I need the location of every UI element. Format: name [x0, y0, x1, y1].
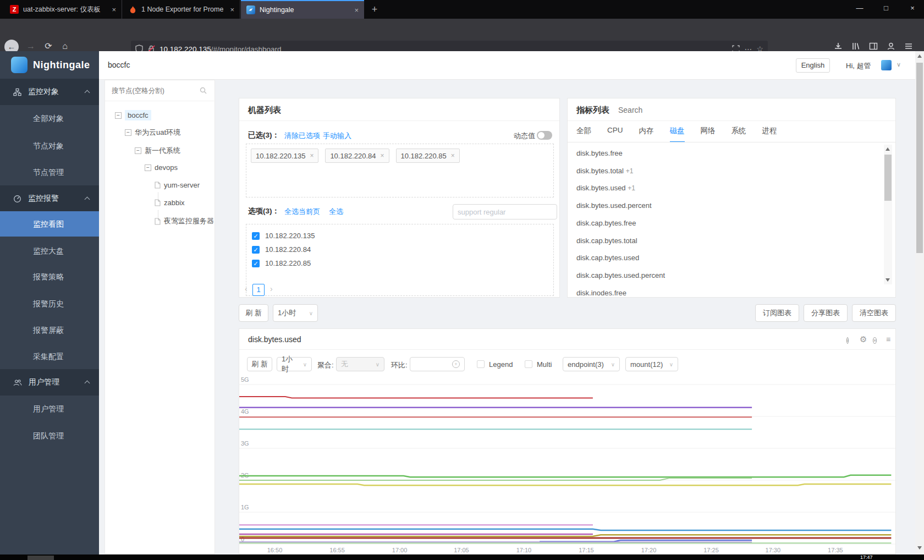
metric-item[interactable]: disk.bytes.total +1 [576, 167, 633, 175]
sidebar-item-节点管理[interactable]: 节点管理 [0, 160, 99, 185]
metric-item[interactable]: disk.inodes.free [576, 289, 626, 297]
browser-tab[interactable]: 1 Node Exporter for Prometh× [123, 0, 240, 19]
sidebar-item-报警策略[interactable]: 报警策略 [0, 264, 99, 289]
multi-checkbox[interactable] [525, 360, 532, 368]
disk-bytes-used-chart[interactable]: 5G4G3G2G1G016:5016:5517:0017:0517:1017:1… [239, 375, 896, 554]
new-tab-button[interactable]: + [367, 2, 382, 17]
metric-tab-内存[interactable]: 内存 [639, 126, 654, 142]
chip-remove-icon[interactable]: × [381, 152, 384, 160]
tree-node-label[interactable]: zabbix [164, 199, 185, 207]
clear-charts-button[interactable]: 清空图表 [852, 304, 896, 322]
browser-tab[interactable]: Nightingale× [241, 0, 364, 19]
checkbox-checked-icon[interactable]: ✓ [252, 232, 260, 240]
selected-machine-chip[interactable]: 10.182.220.84× [325, 149, 389, 163]
tree-node-zabbix[interactable]: zabbix [155, 199, 185, 207]
metrics-search-input[interactable] [617, 103, 716, 117]
metric-tab-系统[interactable]: 系统 [732, 126, 746, 142]
selected-machine-chip[interactable]: 10.182.220.135× [251, 149, 318, 163]
taskbar-app-button[interactable] [28, 556, 54, 560]
library-icon[interactable] [851, 42, 860, 51]
share-charts-button[interactable]: 分享图表 [804, 304, 848, 322]
window-minimize-button[interactable]: — [847, 0, 872, 17]
tree-node-label[interactable]: yum-server [164, 181, 200, 189]
tree-node-新一代系统[interactable]: −新一代系统 [135, 146, 180, 156]
mount-select[interactable]: mount(12)∨ [625, 357, 678, 371]
machine-filter-input[interactable] [453, 204, 557, 219]
sidebar-item-监控看图[interactable]: 监控看图 [0, 211, 99, 237]
sidebar-group-监控对象[interactable]: 监控对象 [0, 79, 99, 105]
circle-plus-icon[interactable]: + [452, 360, 460, 368]
checkbox-checked-icon[interactable]: ✓ [252, 246, 260, 254]
machine-option-row[interactable]: ✓10.182.220.135 [249, 229, 551, 243]
sidebar-item-报警屏蔽[interactable]: 报警屏蔽 [0, 317, 99, 343]
close-circle-icon[interactable]: × [873, 336, 877, 344]
tree-node-boccfc[interactable]: −boccfc [115, 110, 151, 120]
metric-tab-全部[interactable]: 全部 [576, 126, 591, 142]
page-scrollbar[interactable] [915, 51, 924, 554]
metric-list-scrollbar[interactable] [884, 145, 892, 284]
sidebar-item-监控大盘[interactable]: 监控大盘 [0, 238, 99, 263]
chip-remove-icon[interactable]: × [451, 152, 455, 160]
window-close-button[interactable]: × [900, 0, 924, 17]
clear-selected-link[interactable]: 清除已选项 [284, 131, 320, 141]
tab-close-icon[interactable]: × [352, 6, 359, 14]
tree-node-label[interactable]: 华为云uat环境 [135, 128, 180, 138]
metric-item[interactable]: disk.bytes.used.percent [576, 201, 652, 210]
tree-collapse-icon[interactable]: − [115, 112, 122, 119]
window-maximize-button[interactable]: □ [873, 0, 899, 17]
page-next-icon[interactable]: › [270, 284, 273, 293]
tree-node-label[interactable]: 新一代系统 [145, 146, 180, 156]
logo[interactable]: Nightingale [0, 51, 99, 79]
chip-remove-icon[interactable]: × [310, 152, 314, 160]
tree-collapse-icon[interactable]: − [135, 147, 141, 154]
sidebars-icon[interactable] [869, 42, 878, 51]
metric-item[interactable]: disk.bytes.used +1 [576, 184, 635, 192]
sidebar-group-监控报警[interactable]: 监控报警 [0, 185, 99, 212]
tree-search-input[interactable] [111, 84, 196, 97]
metric-tab-CPU[interactable]: CPU [607, 126, 623, 142]
select-all-link[interactable]: 全选 [329, 207, 343, 217]
tree-node-华为云uat环境[interactable]: −华为云uat环境 [125, 128, 180, 138]
avatar[interactable] [881, 60, 892, 70]
sidebar-item-团队管理[interactable]: 团队管理 [0, 423, 99, 448]
tree-collapse-icon[interactable]: − [145, 164, 151, 171]
manual-input-link[interactable]: 手动输入 [323, 131, 351, 141]
legend-checkbox[interactable] [477, 360, 485, 368]
period-select[interactable]: 1小时∨ [273, 304, 318, 322]
tree-node-devops[interactable]: −devops [145, 163, 178, 172]
tree-collapse-icon[interactable]: − [125, 129, 131, 136]
user-greeting[interactable]: Hi, 超管 [846, 61, 871, 71]
metric-item[interactable]: disk.cap.bytes.free [576, 219, 636, 227]
account-icon[interactable] [887, 42, 895, 51]
tab-close-icon[interactable]: × [228, 6, 234, 14]
metric-item[interactable]: disk.cap.bytes.total [576, 237, 637, 245]
sidebar-item-节点对象[interactable]: 节点对象 [0, 133, 99, 158]
sidebar-group-用户管理[interactable]: 用户管理 [0, 369, 99, 396]
aggregate-select[interactable]: 无∨ [336, 357, 384, 371]
selected-machine-chip[interactable]: 10.182.220.85× [396, 149, 460, 163]
tree-node-夜莺监控服务器[interactable]: 夜莺监控服务器 [155, 216, 214, 226]
sidebar-item-用户管理[interactable]: 用户管理 [0, 396, 99, 421]
sidebar-item-采集配置[interactable]: 采集配置 [0, 344, 99, 369]
gear-icon[interactable]: ⚙ [860, 334, 867, 344]
sidebar-item-全部对象[interactable]: 全部对象 [0, 106, 99, 131]
tree-node-label[interactable]: boccfc [125, 110, 151, 120]
metric-item[interactable]: disk.cap.bytes.used [576, 254, 639, 262]
language-button[interactable]: English [796, 58, 830, 73]
metric-tab-网络[interactable]: 网络 [701, 126, 716, 142]
downloads-icon[interactable] [834, 42, 843, 51]
menu-icon[interactable] [904, 42, 913, 51]
machine-option-row[interactable]: ✓10.182.220.85 [249, 256, 551, 270]
metric-tab-进程[interactable]: 进程 [762, 126, 777, 142]
machine-option-row[interactable]: ✓10.182.220.84 [249, 243, 551, 256]
subscribe-charts-button[interactable]: 订阅图表 [755, 304, 799, 322]
list-icon[interactable]: ≡ [886, 335, 890, 344]
checkbox-checked-icon[interactable]: ✓ [252, 260, 260, 267]
metric-item[interactable]: disk.bytes.free [576, 149, 623, 157]
dynamic-value-toggle[interactable] [537, 131, 552, 140]
chart-period-select[interactable]: 1小时∨ [277, 357, 312, 371]
ratio-input[interactable]: + [410, 357, 465, 371]
refresh-button[interactable]: 刷 新 [239, 304, 268, 322]
browser-tab[interactable]: Zuat-zabbix-server: 仪表板× [4, 0, 122, 19]
page-number[interactable]: 1 [252, 284, 265, 296]
